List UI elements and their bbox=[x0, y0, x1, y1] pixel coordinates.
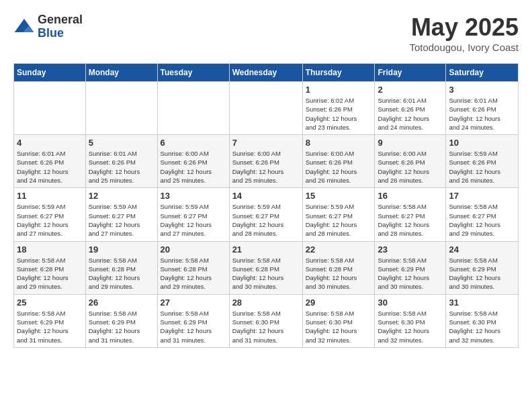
header-thursday: Thursday bbox=[302, 64, 375, 82]
day-number: 21 bbox=[232, 244, 300, 255]
calendar-header-row: SundayMondayTuesdayWednesdayThursdayFrid… bbox=[14, 64, 519, 82]
calendar-week-row: 25Sunrise: 5:58 AM Sunset: 6:29 PM Dayli… bbox=[14, 294, 519, 347]
day-info: Sunrise: 6:02 AM Sunset: 6:26 PM Dayligh… bbox=[306, 96, 372, 132]
logo-text: General Blue bbox=[38, 13, 83, 40]
calendar-cell: 18Sunrise: 5:58 AM Sunset: 6:28 PM Dayli… bbox=[14, 241, 86, 294]
day-info: Sunrise: 5:58 AM Sunset: 6:30 PM Dayligh… bbox=[232, 309, 300, 345]
day-info: Sunrise: 5:58 AM Sunset: 6:29 PM Dayligh… bbox=[449, 256, 515, 291]
day-info: Sunrise: 5:58 AM Sunset: 6:29 PM Dayligh… bbox=[17, 309, 83, 345]
calendar-cell: 3Sunrise: 6:01 AM Sunset: 6:26 PM Daylig… bbox=[446, 82, 519, 135]
day-number: 26 bbox=[89, 298, 154, 308]
day-number: 23 bbox=[378, 244, 443, 255]
day-info: Sunrise: 5:58 AM Sunset: 6:28 PM Dayligh… bbox=[89, 256, 154, 291]
day-info: Sunrise: 6:00 AM Sunset: 6:26 PM Dayligh… bbox=[161, 149, 226, 185]
day-info: Sunrise: 5:58 AM Sunset: 6:30 PM Dayligh… bbox=[449, 309, 515, 345]
header-sunday: Sunday bbox=[14, 64, 86, 82]
day-number: 12 bbox=[89, 191, 154, 201]
day-number: 15 bbox=[306, 191, 372, 201]
day-number: 11 bbox=[17, 191, 83, 201]
day-number: 3 bbox=[449, 85, 515, 95]
day-number: 31 bbox=[449, 298, 515, 308]
calendar-cell: 4Sunrise: 6:01 AM Sunset: 6:26 PM Daylig… bbox=[14, 135, 86, 188]
calendar-cell: 8Sunrise: 6:00 AM Sunset: 6:26 PM Daylig… bbox=[302, 135, 375, 188]
day-info: Sunrise: 5:58 AM Sunset: 6:30 PM Dayligh… bbox=[306, 309, 372, 345]
calendar-cell bbox=[14, 82, 86, 135]
day-number: 25 bbox=[17, 298, 83, 308]
day-number: 7 bbox=[232, 138, 300, 148]
day-number: 4 bbox=[17, 138, 83, 148]
day-info: Sunrise: 6:00 AM Sunset: 6:26 PM Dayligh… bbox=[306, 149, 372, 185]
header-monday: Monday bbox=[85, 64, 157, 82]
calendar-cell: 14Sunrise: 5:59 AM Sunset: 6:27 PM Dayli… bbox=[229, 188, 302, 241]
calendar-cell: 23Sunrise: 5:58 AM Sunset: 6:29 PM Dayli… bbox=[375, 241, 446, 294]
calendar-cell: 10Sunrise: 5:59 AM Sunset: 6:26 PM Dayli… bbox=[446, 135, 519, 188]
day-number: 2 bbox=[378, 85, 443, 95]
calendar-cell: 26Sunrise: 5:58 AM Sunset: 6:29 PM Dayli… bbox=[85, 294, 157, 347]
calendar-cell: 9Sunrise: 6:00 AM Sunset: 6:26 PM Daylig… bbox=[375, 135, 446, 188]
calendar-cell: 29Sunrise: 5:58 AM Sunset: 6:30 PM Dayli… bbox=[302, 294, 375, 347]
calendar-week-row: 4Sunrise: 6:01 AM Sunset: 6:26 PM Daylig… bbox=[14, 135, 519, 188]
calendar-cell: 30Sunrise: 5:58 AM Sunset: 6:30 PM Dayli… bbox=[375, 294, 446, 347]
day-number: 29 bbox=[306, 298, 372, 308]
day-number: 19 bbox=[89, 244, 154, 255]
logo-general-text: General bbox=[38, 13, 83, 27]
page-header: General Blue May 2025 Totodougou, Ivory … bbox=[13, 13, 519, 53]
day-number: 17 bbox=[449, 191, 515, 201]
day-info: Sunrise: 5:59 AM Sunset: 6:27 PM Dayligh… bbox=[161, 202, 226, 238]
calendar-cell: 15Sunrise: 5:59 AM Sunset: 6:27 PM Dayli… bbox=[302, 188, 375, 241]
day-info: Sunrise: 5:59 AM Sunset: 6:27 PM Dayligh… bbox=[232, 202, 300, 238]
day-info: Sunrise: 6:00 AM Sunset: 6:26 PM Dayligh… bbox=[232, 149, 300, 185]
day-info: Sunrise: 6:01 AM Sunset: 6:26 PM Dayligh… bbox=[17, 149, 83, 185]
calendar-cell: 25Sunrise: 5:58 AM Sunset: 6:29 PM Dayli… bbox=[14, 294, 86, 347]
header-wednesday: Wednesday bbox=[229, 64, 302, 82]
day-number: 28 bbox=[232, 298, 300, 308]
calendar-cell: 27Sunrise: 5:58 AM Sunset: 6:29 PM Dayli… bbox=[157, 294, 229, 347]
calendar-week-row: 11Sunrise: 5:59 AM Sunset: 6:27 PM Dayli… bbox=[14, 188, 519, 241]
calendar-cell: 5Sunrise: 6:01 AM Sunset: 6:26 PM Daylig… bbox=[85, 135, 157, 188]
day-number: 8 bbox=[306, 138, 372, 148]
calendar-week-row: 18Sunrise: 5:58 AM Sunset: 6:28 PM Dayli… bbox=[14, 241, 519, 294]
day-number: 24 bbox=[449, 244, 515, 255]
day-info: Sunrise: 5:58 AM Sunset: 6:27 PM Dayligh… bbox=[378, 202, 443, 238]
day-info: Sunrise: 5:59 AM Sunset: 6:27 PM Dayligh… bbox=[17, 202, 83, 238]
day-number: 1 bbox=[306, 85, 372, 95]
calendar-week-row: 1Sunrise: 6:02 AM Sunset: 6:26 PM Daylig… bbox=[14, 82, 519, 135]
logo-blue-text: Blue bbox=[38, 27, 83, 40]
day-number: 6 bbox=[161, 138, 226, 148]
month-title: May 2025 bbox=[409, 13, 519, 42]
day-number: 10 bbox=[449, 138, 515, 148]
header-saturday: Saturday bbox=[446, 64, 519, 82]
day-info: Sunrise: 5:58 AM Sunset: 6:28 PM Dayligh… bbox=[17, 256, 83, 291]
calendar-cell: 16Sunrise: 5:58 AM Sunset: 6:27 PM Dayli… bbox=[375, 188, 446, 241]
day-info: Sunrise: 5:58 AM Sunset: 6:30 PM Dayligh… bbox=[378, 309, 443, 345]
day-number: 14 bbox=[232, 191, 300, 201]
calendar-cell bbox=[85, 82, 157, 135]
day-number: 27 bbox=[161, 298, 226, 308]
calendar-cell: 22Sunrise: 5:58 AM Sunset: 6:28 PM Dayli… bbox=[302, 241, 375, 294]
calendar-cell: 7Sunrise: 6:00 AM Sunset: 6:26 PM Daylig… bbox=[229, 135, 302, 188]
day-info: Sunrise: 5:59 AM Sunset: 6:27 PM Dayligh… bbox=[89, 202, 154, 238]
day-info: Sunrise: 5:58 AM Sunset: 6:29 PM Dayligh… bbox=[161, 309, 226, 345]
day-info: Sunrise: 5:58 AM Sunset: 6:29 PM Dayligh… bbox=[89, 309, 154, 345]
calendar-cell: 31Sunrise: 5:58 AM Sunset: 6:30 PM Dayli… bbox=[446, 294, 519, 347]
day-info: Sunrise: 5:58 AM Sunset: 6:28 PM Dayligh… bbox=[306, 256, 372, 291]
day-info: Sunrise: 5:59 AM Sunset: 6:26 PM Dayligh… bbox=[449, 149, 515, 185]
day-number: 5 bbox=[89, 138, 154, 148]
day-number: 9 bbox=[378, 138, 443, 148]
calendar-cell: 20Sunrise: 5:58 AM Sunset: 6:28 PM Dayli… bbox=[157, 241, 229, 294]
calendar-cell: 12Sunrise: 5:59 AM Sunset: 6:27 PM Dayli… bbox=[85, 188, 157, 241]
day-number: 30 bbox=[378, 298, 443, 308]
day-number: 22 bbox=[306, 244, 372, 255]
logo-icon bbox=[13, 16, 35, 38]
calendar-cell bbox=[229, 82, 302, 135]
day-number: 16 bbox=[378, 191, 443, 201]
calendar-cell: 21Sunrise: 5:58 AM Sunset: 6:28 PM Dayli… bbox=[229, 241, 302, 294]
day-info: Sunrise: 5:59 AM Sunset: 6:27 PM Dayligh… bbox=[306, 202, 372, 238]
day-info: Sunrise: 5:58 AM Sunset: 6:28 PM Dayligh… bbox=[161, 256, 226, 291]
calendar-cell: 28Sunrise: 5:58 AM Sunset: 6:30 PM Dayli… bbox=[229, 294, 302, 347]
day-info: Sunrise: 6:00 AM Sunset: 6:26 PM Dayligh… bbox=[378, 149, 443, 185]
calendar-cell: 1Sunrise: 6:02 AM Sunset: 6:26 PM Daylig… bbox=[302, 82, 375, 135]
header-friday: Friday bbox=[375, 64, 446, 82]
calendar-cell: 2Sunrise: 6:01 AM Sunset: 6:26 PM Daylig… bbox=[375, 82, 446, 135]
day-number: 18 bbox=[17, 244, 83, 255]
